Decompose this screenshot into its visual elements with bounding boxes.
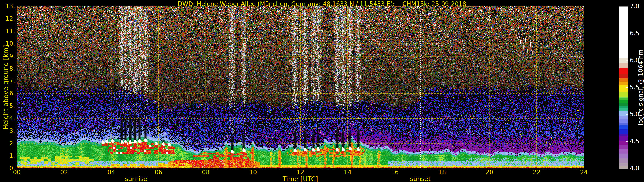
y-tick-4: 4.: [0, 115, 15, 122]
colorbar-canvas: [619, 6, 628, 169]
x-tick-18: 18: [434, 169, 451, 176]
x-tick-00: 00: [8, 169, 25, 176]
colorbar-tick-6.0: 6.0: [630, 57, 644, 64]
y-tick-7: 7.: [0, 78, 15, 84]
colorbar-tick-6.5: 6.5: [630, 30, 644, 37]
x-tick-08: 08: [197, 169, 214, 176]
heatmap-canvas: [17, 6, 584, 168]
colorbar-tick-5.5: 5.5: [630, 84, 644, 91]
sunset-annotation: sunset: [397, 175, 444, 182]
x-tick-14: 14: [339, 169, 356, 176]
y-tick-5: 5.: [0, 103, 15, 109]
colorbar-tick-7.0: 7.0: [630, 3, 644, 10]
colorbar-tick-5.0: 5.0: [630, 111, 644, 117]
y-tick-1: 1.: [0, 153, 15, 159]
y-tick-3: 3.: [0, 128, 15, 134]
x-tick-24: 24: [575, 169, 592, 176]
x-tick-16: 16: [386, 169, 403, 176]
y-tick-12: 12.: [0, 16, 15, 22]
x-tick-22: 22: [528, 169, 545, 176]
y-tick-2: 2.: [0, 140, 15, 147]
x-axis-label: Time [UTC]: [272, 175, 328, 182]
y-tick-13: 13.: [0, 3, 15, 10]
colorbar-tick-4.5: 4.5: [630, 138, 644, 145]
y-tick-6: 6.: [0, 90, 15, 97]
x-tick-12: 12: [292, 169, 309, 176]
sunrise-annotation: sunrise: [112, 175, 160, 182]
x-tick-20: 20: [481, 169, 498, 176]
y-tick-8: 8.: [0, 66, 15, 72]
x-tick-04: 04: [102, 169, 120, 176]
x-tick-10: 10: [244, 169, 262, 176]
ceilometer-quicklook-figure: DWD: Helene-Weber-Allee (München, German…: [0, 0, 644, 182]
x-tick-06: 06: [150, 169, 167, 176]
y-tick-10: 10.: [0, 40, 15, 47]
x-tick-02: 02: [56, 169, 72, 176]
y-tick-11: 11.: [0, 28, 15, 34]
y-tick-9: 9.: [0, 53, 15, 60]
colorbar-tick-4.0: 4.0: [630, 165, 644, 172]
